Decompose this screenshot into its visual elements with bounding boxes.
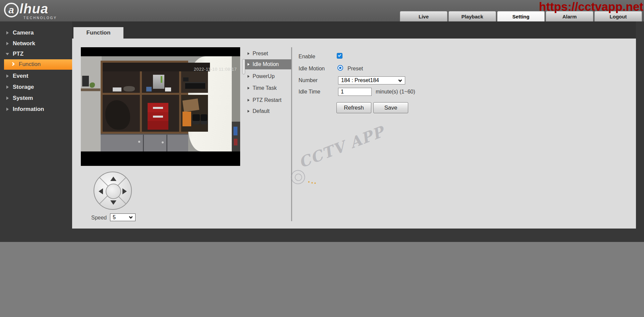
dahua-logo: alhua TECHNOLOGY <box>4 1 71 20</box>
ptz-down-arrow[interactable] <box>110 200 116 205</box>
speed-select[interactable]: 5 <box>110 213 136 221</box>
sidebar-item-function[interactable]: Function <box>4 59 72 70</box>
vertical-divider <box>291 47 292 221</box>
menu-arrow-icon <box>248 63 250 66</box>
scene-orange-box <box>182 112 191 126</box>
dahua-web-page: Function alhua TECHNOLOGY Live Playback … <box>0 0 644 317</box>
ptz-left-arrow[interactable] <box>99 188 103 194</box>
menu-item-label: Preset <box>253 51 268 57</box>
sidebar-item-label: System <box>13 95 33 102</box>
tab-function[interactable]: Function <box>73 27 123 39</box>
scene-item <box>153 107 163 109</box>
chevron-down-icon <box>398 78 402 82</box>
collapsed-arrow-icon <box>6 85 9 89</box>
idle-motion-preset-option[interactable]: Preset <box>347 66 363 72</box>
enable-label: Enable <box>299 54 315 60</box>
nav-tab-setting[interactable]: Setting <box>497 11 545 21</box>
chevron-right-icon <box>11 62 14 66</box>
sidebar-item-network[interactable]: Network <box>0 40 72 48</box>
idle-time-input[interactable] <box>338 88 372 96</box>
sidebar-item-label: Event <box>13 73 28 79</box>
menu-arrow-icon <box>248 110 250 113</box>
scene-door-line <box>166 135 167 151</box>
scene-red-item <box>234 139 237 145</box>
scene-item <box>153 75 164 89</box>
content-tab-strip <box>72 21 636 39</box>
save-button[interactable]: Save <box>373 102 408 113</box>
scene-blue-item <box>233 127 237 135</box>
menu-item-label: Idle Motion <box>253 61 279 67</box>
dahua-logo-a-icon: a <box>4 3 19 17</box>
menu-item-label: Default <box>253 108 270 114</box>
menu-item-label: Time Task <box>253 85 277 91</box>
scene-item <box>123 86 135 91</box>
video-timestamp: 2022-11-10 11:08:17 <box>194 67 237 72</box>
scene-right-objects <box>232 122 240 151</box>
page-bottom-background <box>0 242 644 317</box>
number-value: 184 : Preset184 <box>341 77 379 83</box>
sidebar-item-label: Function <box>19 61 41 68</box>
scene-box <box>182 99 199 112</box>
scene-item <box>113 87 121 91</box>
dahua-logo-subtitle: TECHNOLOGY <box>23 16 57 20</box>
enable-checkbox[interactable] <box>337 53 342 59</box>
scene-item <box>146 87 152 91</box>
sidebar-item-camera[interactable]: Camera <box>0 29 72 37</box>
sidebar-item-label: Camera <box>13 29 34 36</box>
number-select[interactable]: 184 : Preset184 <box>338 76 405 84</box>
menu-item-label: PowerUp <box>253 73 275 79</box>
nav-tab-live[interactable]: Live <box>400 11 447 21</box>
expanded-arrow-icon <box>6 53 9 55</box>
number-label: Number <box>299 77 318 83</box>
video-letterbox <box>81 151 240 166</box>
menu-item-ptz-restart[interactable]: PTZ Restart <box>245 95 291 105</box>
scene-item <box>183 77 189 81</box>
refresh-button[interactable]: Refresh <box>336 102 371 113</box>
chevron-down-icon <box>129 215 132 218</box>
speed-label: Speed <box>91 215 107 221</box>
menu-arrow-icon <box>248 99 250 102</box>
scene-speaker <box>201 114 207 124</box>
url-watermark: https://cctvapp.net <box>539 0 643 13</box>
sidebar-item-ptz[interactable]: PTZ <box>0 50 72 58</box>
menu-arrow-icon <box>248 52 250 55</box>
sidebar-item-storage[interactable]: Storage <box>0 83 72 91</box>
nav-tab-playback[interactable]: Playback <box>448 11 496 21</box>
scene-item <box>165 87 171 91</box>
scene-item <box>153 116 163 118</box>
sidebar-item-event[interactable]: Event <box>0 72 72 80</box>
sidebar-item-label: Network <box>13 40 35 47</box>
menu-arrow-icon <box>248 75 250 78</box>
sidebar-item-label: PTZ <box>13 51 23 57</box>
scene-speaker <box>193 114 200 124</box>
radio-dot-icon <box>339 67 341 69</box>
idle-time-suffix: minute(s) (1~60) <box>376 89 415 95</box>
scene-cabinet <box>101 134 188 151</box>
scene-item <box>185 82 205 89</box>
menu-item-time-task[interactable]: Time Task <box>245 83 291 93</box>
menu-item-powerup[interactable]: PowerUp <box>245 71 291 81</box>
scene-shelf <box>81 88 100 91</box>
ptz-up-arrow[interactable] <box>110 177 116 181</box>
video-preview[interactable]: 2022-11-10 11:08:17 IP PTZ Camera <box>81 47 240 166</box>
menu-arrow-icon <box>248 87 250 89</box>
ptz-center-knob[interactable] <box>106 184 121 199</box>
menu-item-idle-motion[interactable]: Idle Motion <box>245 59 291 69</box>
scene-item <box>161 76 162 83</box>
menu-item-preset[interactable]: Preset <box>245 49 291 59</box>
sidebar-item-label: Information <box>13 106 44 113</box>
ptz-direction-pad[interactable] <box>94 172 132 210</box>
sidebar-item-system[interactable]: System <box>0 94 72 102</box>
dahua-logo-text: alhua <box>4 1 48 17</box>
scene-door-line <box>143 135 144 151</box>
sidebar-item-information[interactable]: Information <box>0 105 72 113</box>
menu-item-default[interactable]: Default <box>245 106 291 116</box>
dahua-logo-rest: lhua <box>19 1 48 16</box>
collapsed-arrow-icon <box>6 108 9 111</box>
check-icon <box>338 54 341 57</box>
scene-left-wall <box>81 56 102 151</box>
collapsed-arrow-icon <box>6 97 9 100</box>
sidebar-item-label: Storage <box>13 84 34 90</box>
idle-motion-preset-radio[interactable] <box>337 65 343 71</box>
ptz-right-arrow[interactable] <box>122 188 127 194</box>
